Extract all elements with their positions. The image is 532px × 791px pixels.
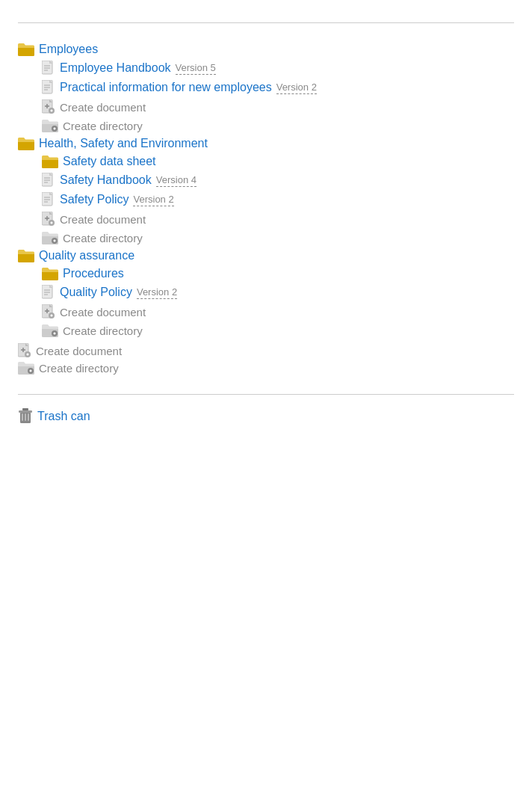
item-row-create-doc-1[interactable]: Create document	[42, 98, 514, 116]
doc-label: Practical information for new employees	[60, 81, 272, 94]
item-row-employee-handbook[interactable]: Employee Handbook Version 5	[42, 59, 514, 77]
item-row-quality-policy[interactable]: Quality Policy Version 2	[42, 283, 514, 301]
folder-label: Quality assurance	[39, 249, 134, 262]
create-dir-icon	[42, 231, 58, 244]
item-row-create-dir-3[interactable]: Create directory	[42, 322, 514, 339]
tree-item-quality-policy: Quality Policy Version 2	[42, 283, 514, 301]
tree-item-employee-handbook: Employee Handbook Version 5	[42, 59, 514, 77]
create-dir-label: Create directory	[63, 120, 143, 132]
version-tag: Version 2	[137, 286, 177, 299]
create-dir-label: Create directory	[63, 324, 143, 337]
doc-icon	[42, 285, 55, 300]
create-dir-icon	[42, 324, 58, 337]
svg-rect-67	[25, 413, 26, 421]
trash-icon	[18, 408, 33, 425]
tree-item-quality-assurance: Quality assurance Procedures Quality Pol…	[18, 247, 514, 339]
top-create-dir[interactable]: Create directory	[18, 360, 514, 376]
item-row-employees[interactable]: Employees	[18, 41, 514, 58]
item-row-create-dir-2[interactable]: Create directory	[42, 230, 514, 246]
create-doc-icon	[18, 343, 31, 358]
folder-icon	[42, 155, 58, 168]
doc-label: Safety Handbook	[60, 173, 152, 187]
item-row-health-safety[interactable]: Health, Safety and Environment	[18, 135, 514, 152]
create-doc-label: Create document	[60, 213, 146, 226]
folder-label: Safety data sheet	[63, 155, 156, 168]
folder-label: Employees	[39, 43, 98, 56]
tree-item-safety-handbook: Safety Handbook Version 4	[42, 171, 514, 189]
doc-icon	[42, 61, 55, 76]
tree-item-create-doc-1: Create document	[42, 98, 514, 116]
tree-item-create-doc-3: Create document	[42, 303, 514, 321]
tree-item-practical-info: Practical information for new employees …	[42, 79, 514, 96]
trash-section: Trash can	[18, 394, 514, 426]
folder-label: Health, Safety and Environment	[39, 137, 208, 150]
folder-icon	[18, 137, 34, 150]
children-list-health-safety: Safety data sheet Safety Handbook Versio…	[18, 153, 514, 246]
doc-icon	[42, 173, 55, 188]
svg-rect-70	[22, 408, 28, 410]
version-tag: Version 5	[176, 62, 216, 75]
tree-item-employees: Employees Employee Handbook Version 5 Pr…	[18, 41, 514, 134]
item-row-create-dir-1[interactable]: Create directory	[42, 117, 514, 134]
tree-item-health-safety: Health, Safety and Environment Safety da…	[18, 135, 514, 246]
item-row-create-doc-2[interactable]: Create document	[42, 210, 514, 228]
svg-rect-66	[22, 413, 23, 421]
create-dir-icon	[42, 119, 58, 132]
item-row-create-doc-3[interactable]: Create document	[42, 303, 514, 321]
tree-item-create-dir-1: Create directory	[42, 117, 514, 134]
create-doc-label: Create document	[36, 345, 122, 357]
svg-rect-68	[28, 413, 29, 421]
svg-rect-69	[19, 410, 32, 413]
item-row-practical-info[interactable]: Practical information for new employees …	[42, 79, 514, 96]
item-row-safety-policy[interactable]: Safety Policy Version 2	[42, 191, 514, 209]
create-dir-icon	[18, 361, 34, 375]
create-doc-label: Create document	[60, 306, 146, 318]
tree-item-create-dir-3: Create directory	[42, 322, 514, 339]
create-doc-icon	[42, 304, 55, 319]
top-create-doc[interactable]: Create document	[18, 342, 514, 360]
create-doc-label: Create document	[60, 101, 146, 114]
item-row-safety-handbook[interactable]: Safety Handbook Version 4	[42, 171, 514, 189]
children-list-employees: Employee Handbook Version 5 Practical in…	[18, 59, 514, 134]
item-row-procedures[interactable]: Procedures	[42, 265, 514, 282]
folder-label: Procedures	[63, 267, 124, 280]
folder-icon	[18, 249, 34, 262]
title-divider	[18, 22, 514, 23]
trash-label: Trash can	[37, 410, 90, 423]
item-row-quality-assurance[interactable]: Quality assurance	[18, 247, 514, 264]
tree-item-procedures: Procedures	[42, 265, 514, 282]
version-tag: Version 2	[276, 81, 317, 94]
item-row-safety-data-sheet[interactable]: Safety data sheet	[42, 153, 514, 170]
tree-item-create-dir-2: Create directory	[42, 230, 514, 246]
doc-icon	[42, 80, 55, 95]
doc-icon	[42, 192, 55, 207]
version-tag: Version 4	[156, 174, 197, 187]
doc-label: Employee Handbook	[60, 61, 171, 75]
create-dir-label: Create directory	[39, 362, 119, 375]
folder-icon	[18, 43, 34, 56]
document-tree: Employees Employee Handbook Version 5 Pr…	[18, 41, 514, 339]
doc-label: Safety Policy	[60, 193, 129, 206]
create-doc-icon	[42, 212, 55, 227]
tree-item-create-doc-2: Create document	[42, 210, 514, 228]
create-dir-label: Create directory	[63, 232, 143, 244]
version-tag: Version 2	[133, 194, 173, 206]
children-list-quality-assurance: Procedures Quality Policy Version 2 Crea…	[18, 265, 514, 339]
doc-label: Quality Policy	[60, 286, 132, 299]
folder-icon	[42, 267, 58, 280]
trash-can[interactable]: Trash can	[18, 407, 514, 426]
tree-item-safety-policy: Safety Policy Version 2	[42, 191, 514, 209]
create-doc-icon	[42, 99, 55, 114]
tree-item-safety-data-sheet: Safety data sheet	[42, 153, 514, 170]
